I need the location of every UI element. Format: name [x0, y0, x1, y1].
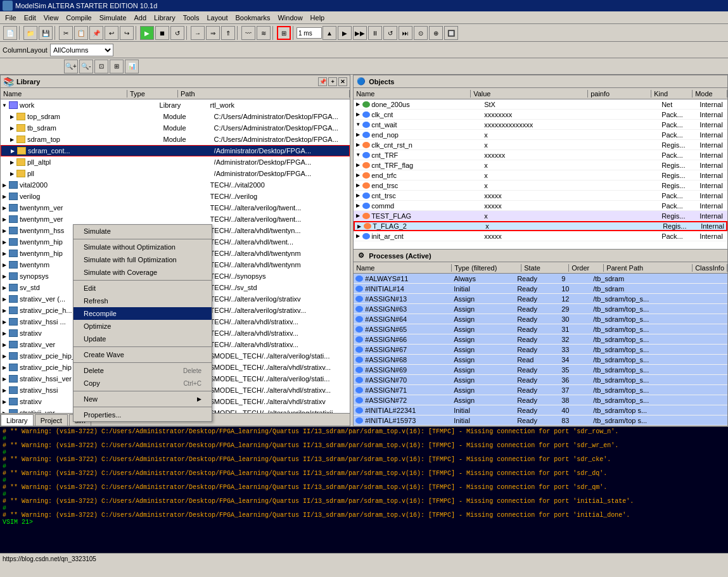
proc-always11[interactable]: #ALWAYS#11 Always Ready 9 /tb_sdram [354, 274, 727, 284]
wave-btn[interactable]: 〰 [241, 26, 255, 40]
proc-initial15973[interactable]: #INITIAL#15973 Initial Ready 83 /tb_sdra… [354, 415, 727, 426]
menu-item-file[interactable]: File [1, 13, 20, 23]
zoom-fit[interactable]: ⊡ [94, 60, 108, 73]
sim-run2[interactable]: ▶▶ [353, 26, 367, 40]
expand-twentynm-hss[interactable]: ▶ [1, 228, 8, 234]
obj-expand-commd[interactable]: ▶ [354, 203, 362, 208]
ctx-recompile[interactable]: Recompile [73, 307, 212, 320]
proc-assign63[interactable]: #ASSIGN#63 Assign Ready 29 /tb_sdram/top… [354, 304, 727, 314]
ctx-delete[interactable]: DeleteDelete [73, 364, 212, 377]
expand-sv-std[interactable]: ▶ [1, 285, 8, 291]
proc-assign67[interactable]: #ASSIGN#67 Assign Ready 33 /tb_sdram/top… [354, 345, 727, 355]
obj-row-t-flag-2[interactable]: ▶ T_FLAG_2 x Regis... Internal [354, 221, 727, 231]
tree-item-work[interactable]: ▼ work Library rtl_work [1, 99, 350, 111]
tree-item-pll-altpl[interactable]: ▶ pll_altpl /Administrator/Desktop/FPGA.… [1, 156, 350, 168]
tree-item-sdram-cont[interactable]: ▶ sdram_cont... /Administrator/Desktop/F… [1, 145, 350, 156]
lib-close[interactable]: ✕ [338, 77, 347, 86]
expand-top-sdram[interactable]: ▶ [8, 114, 16, 120]
obj-row-init-ar-cnt[interactable]: ▶ init_ar_cnt xxxxx Pack... Internal [354, 231, 727, 241]
proc-assign13[interactable]: #ASSIGN#13 Assign Ready 12 /tb_sdram/top… [354, 294, 727, 304]
ctx-optimize[interactable]: Optimize [73, 320, 212, 333]
menu-item-tools[interactable]: Tools [179, 13, 203, 23]
expand-stratixv-hssi2[interactable]: ▶ [1, 388, 8, 393]
cut-btn[interactable]: ✂ [59, 26, 73, 40]
proc-assign70[interactable]: #ASSIGN#70 Assign Ready 36 /tb_sdram/top… [354, 375, 727, 385]
tab-project[interactable]: Project [35, 414, 68, 426]
obj-row-clk-cnt-rst[interactable]: ▶ clk_cnt_rst_n x Regis... Internal [354, 140, 727, 150]
expand-twentynm-ver1[interactable]: ▶ [1, 205, 8, 211]
ctx-copy[interactable]: CopyCtrl+C [73, 377, 212, 390]
obj-row-end-trsc[interactable]: ▶ end_trsc x Regis... Internal [354, 181, 727, 191]
lib-pin[interactable]: 📌 [318, 77, 327, 86]
proc-initial14[interactable]: #INITIAL#14 Initial Ready 10 /tb_sdram [354, 284, 727, 294]
transcript-prompt[interactable]: VSIM 21> [3, 519, 725, 526]
proc-initial22341[interactable]: #INITIAL#22341 Initial Ready 40 /tb_sdra… [354, 405, 727, 415]
obj-expand-done200us[interactable]: ▶ [354, 101, 362, 107]
obj-expand-init-ar-cnt[interactable]: ▶ [354, 233, 362, 239]
proc-assign68[interactable]: #ASSIGN#68 Assign Read 34 /tb_sdram/top_… [354, 355, 727, 365]
zoom-in[interactable]: 🔍+ [64, 60, 78, 73]
expand-twentynm-ver2[interactable]: ▶ [1, 217, 8, 222]
obj-row-cnt-wait[interactable]: ▼ cnt_wait xxxxxxxxxxxxxx Pack... Intern… [354, 120, 727, 130]
wave-sel[interactable]: 📊 [125, 60, 139, 73]
stepout-btn[interactable]: ⇑ [221, 26, 235, 40]
sim-step[interactable]: ⏭ [399, 26, 412, 40]
obj-expand-end-nop[interactable]: ▶ [354, 132, 362, 137]
ctx-simulate-coverage[interactable]: Simulate with Coverage [73, 266, 212, 279]
expand-stratixv-hssi[interactable]: ▶ [1, 319, 8, 325]
menu-item-edit[interactable]: Edit [20, 13, 40, 23]
expand-stratixv-pcie[interactable]: ▶ [1, 308, 8, 314]
tree-item-pll[interactable]: ▶ pll /Administrator/Desktop/FPGA... [1, 168, 350, 179]
proc-assign66[interactable]: #ASSIGN#66 Assign Ready 32 /tb_sdram/top… [354, 334, 727, 345]
tree-item-verilog[interactable]: ▶ verilog TECH/../verilog [1, 191, 350, 202]
sim-break[interactable]: ⊙ [414, 26, 428, 40]
expand-synopsys[interactable]: ▶ [1, 274, 8, 279]
expand-twentynm[interactable]: ▶ [1, 262, 8, 268]
tree-item-tb-sdram[interactable]: ▶ tb_sdram Module C:/Users/Administrator… [1, 122, 350, 134]
obj-row-test-flag[interactable]: ▶ TEST_FLAG x Regis... Internal [354, 211, 727, 221]
zoom-sel[interactable]: ⊞ [110, 60, 124, 73]
expand-sdram-top[interactable]: ▶ [8, 137, 16, 143]
menu-item-layout[interactable]: Layout [203, 13, 231, 23]
obj-expand-end-trfc[interactable]: ▶ [354, 172, 362, 178]
column-btn[interactable]: ⊞ [277, 26, 291, 40]
obj-expand-test-flag[interactable]: ▶ [354, 213, 362, 219]
redo-btn[interactable]: ↪ [120, 26, 134, 40]
expand-stratixv-pcie-hip[interactable]: ▶ [1, 365, 8, 371]
stop-btn[interactable]: ⏹ [155, 26, 169, 40]
expand-sdram-cont[interactable]: ▶ [9, 148, 16, 154]
proc-assign72[interactable]: #ASSIGN#72 Assign Ready 38 /tb_sdram/top… [354, 395, 727, 405]
obj-expand-end-trsc[interactable]: ▶ [354, 182, 362, 188]
menu-item-bookmarks[interactable]: Bookmarks [231, 13, 274, 23]
proc-assign71[interactable]: #ASSIGN#71 Assign Ready 37 /tb_sdram/top… [354, 385, 727, 395]
menu-item-help[interactable]: Help [307, 13, 329, 23]
obj-row-cnt-trsc[interactable]: ▶ cnt_trsc xxxxx Pack... Internal [354, 191, 727, 201]
ctx-refresh[interactable]: Refresh [73, 295, 212, 307]
sig-btn[interactable]: ≋ [257, 26, 271, 40]
save-btn[interactable]: 💾 [39, 26, 53, 40]
ctx-simulate-full-opt[interactable]: Simulate with full Optimization [73, 253, 212, 266]
proc-assign65[interactable]: #ASSIGN#65 Assign Ready 31 /tb_sdram/top… [354, 324, 727, 334]
expand-stratixv2[interactable]: ▶ [1, 399, 8, 405]
sim-opt1[interactable]: ⊕ [429, 26, 443, 40]
obj-expand-clk-cnt[interactable]: ▶ [354, 111, 362, 117]
menu-item-view[interactable]: View [40, 13, 63, 23]
ctx-update[interactable]: Update [73, 333, 212, 345]
zoom-out[interactable]: 🔍- [79, 60, 93, 73]
obj-row-cnt-trf-flag[interactable]: ▶ cnt_TRF_flag x Regis... Internal [354, 160, 727, 170]
proc-assign64[interactable]: #ASSIGN#64 Assign Ready 30 /tb_sdram/top… [354, 314, 727, 324]
time-input[interactable] [297, 27, 322, 39]
step-btn[interactable]: → [191, 26, 205, 40]
ctx-simulate-no-opt[interactable]: Simulate without Optimization [73, 241, 212, 253]
obj-row-clk-cnt[interactable]: ▶ clk_cnt xxxxxxxx Pack... Internal [354, 110, 727, 120]
obj-row-end-trfc[interactable]: ▶ end_trfc x Regis... Internal [354, 170, 727, 181]
ctx-properties[interactable]: Properties... [73, 409, 212, 421]
tree-item-twentynm-ver1[interactable]: ▶ twentynm_ver TECH/../altera/verilog/tw… [1, 202, 350, 213]
column-layout-select[interactable]: AllColumns [50, 44, 113, 56]
expand-stratixv[interactable]: ▶ [1, 331, 8, 336]
obj-row-commd[interactable]: ▶ commd xxxxx Pack... Internal [354, 201, 727, 211]
menu-item-compile[interactable]: Compile [62, 13, 95, 23]
ctx-edit[interactable]: Edit [73, 282, 212, 295]
menu-item-simulate[interactable]: Simulate [96, 13, 131, 23]
obj-expand-cnt-trf-flag[interactable]: ▶ [354, 162, 362, 168]
